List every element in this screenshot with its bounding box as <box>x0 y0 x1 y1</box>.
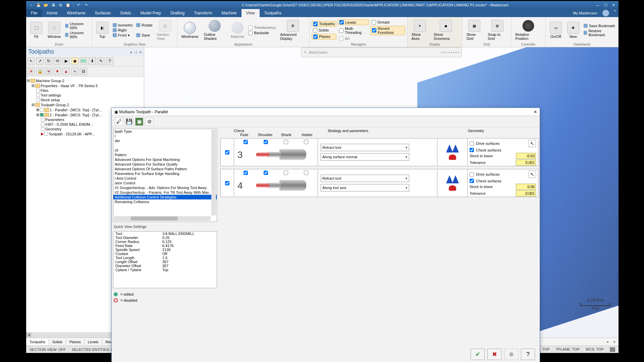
minimize-icon[interactable]: — <box>596 3 599 7</box>
tpm-ghost-icon[interactable]: 👻 <box>45 68 52 75</box>
row3-holder-checkbox[interactable] <box>304 140 308 144</box>
front-view-button[interactable]: Front ▾ <box>112 33 134 38</box>
apply-button[interactable]: ⊕ <box>504 349 518 360</box>
row4-enable-checkbox[interactable] <box>225 181 229 185</box>
tpm-pin-icon[interactable]: ⊣ <box>134 50 137 54</box>
tab-solids[interactable]: Solids <box>115 9 136 17</box>
section-view-button[interactable]: ◫Section View <box>155 19 175 41</box>
param-tree[interactable]: lpath Type l der ck Pattern Advanced Opt… <box>113 129 217 222</box>
restore-bookmark-button[interactable]: Restore Bookmark <box>583 29 616 37</box>
tpm-regen-icon[interactable]: ↻ <box>45 57 52 65</box>
vtab-right-arrow[interactable]: ▸ <box>611 340 619 344</box>
open-icon[interactable]: 📂 <box>44 3 48 7</box>
viewsheet-new-button[interactable]: ✚New <box>565 21 581 39</box>
tpm-dropdown-icon[interactable]: ▾ <box>130 50 132 54</box>
row4-holder-checkbox[interactable] <box>304 171 308 175</box>
row4-flute-checkbox[interactable] <box>244 171 248 175</box>
tpm-help-icon[interactable]: ? <box>106 57 113 65</box>
ok-button[interactable]: ✔ <box>471 349 485 360</box>
row4-strategy-dropdown[interactable]: Retract tool▾ <box>321 175 409 182</box>
wireframe-mode-button[interactable]: Wireframe <box>179 21 201 39</box>
right-view-button[interactable]: Right <box>112 28 134 32</box>
dlg-tool-icon[interactable]: 🖊 <box>115 118 123 126</box>
show-axes-button[interactable]: ✦Show Axes <box>410 19 430 41</box>
material-button[interactable]: Material <box>229 21 246 39</box>
save-icon[interactable]: 💾 <box>36 3 41 7</box>
viewsheet-onoff-button[interactable]: ▭On/Off <box>548 21 564 39</box>
snap-grid-button[interactable]: ⊞Snap to Grid <box>486 19 509 41</box>
redo-icon[interactable]: ↷ <box>84 3 88 7</box>
tpm-insert-icon[interactable]: ⬇ <box>89 57 96 65</box>
tpm-up-icon[interactable]: ▲ <box>62 68 70 75</box>
isometric-button[interactable]: Isometric <box>112 23 134 27</box>
row3-enable-checkbox[interactable] <box>225 150 229 155</box>
tpm-close-icon[interactable]: ✕ <box>139 50 142 54</box>
save-bookmark-button[interactable]: Save Bookmark <box>583 24 616 28</box>
maximize-icon[interactable]: ☐ <box>604 3 607 7</box>
row3-drive-checkbox[interactable] <box>470 141 474 146</box>
btab-solids[interactable]: Solids <box>49 339 66 345</box>
tpm-backplot-icon[interactable]: ▶ <box>62 57 70 65</box>
tpm-display-icon[interactable]: ≈ <box>71 68 78 75</box>
zoom-window-button[interactable]: ⬚Window <box>46 21 63 39</box>
top-view-button[interactable]: ◧Top <box>94 21 110 39</box>
copy-icon[interactable]: ⧉ <box>58 3 63 7</box>
gview-save-button[interactable]: Save <box>135 33 153 37</box>
rotate-button[interactable]: Rotate <box>135 23 153 27</box>
tpm-select-icon[interactable]: ↖ <box>28 57 35 65</box>
tpm-regendirty-icon[interactable]: ⟲ <box>54 57 61 65</box>
tpm-lock-icon[interactable]: 🔒 <box>36 68 44 75</box>
tab-modelprep[interactable]: Model Prep <box>136 9 166 17</box>
dlg-default-icon[interactable]: ▣ <box>135 118 143 126</box>
help-button[interactable]: ? <box>521 349 535 360</box>
tpm-verify-icon[interactable]: ◉ <box>71 57 78 65</box>
row4-drive-checkbox[interactable] <box>470 172 474 177</box>
advanced-display-button[interactable]: ⚙Advanced Display <box>278 19 307 41</box>
my-mastercam-link[interactable]: My Mastercam <box>570 9 600 17</box>
ribbon-collapse-icon[interactable]: ^ <box>611 9 619 17</box>
translucency-toggle[interactable]: Translucency <box>247 25 277 30</box>
mgr-recentfn-toggle[interactable]: Recent Functions <box>370 26 405 35</box>
selection-bar[interactable]: ↖ AutoCursor • • • • • • • • <box>301 47 462 57</box>
show-gnomons-button[interactable]: ◆Show Gnomons <box>432 19 460 41</box>
tree-vscroll[interactable] <box>211 130 216 216</box>
outline-shaded-button[interactable]: Outline Shaded <box>202 19 227 41</box>
cancel-button[interactable]: ✖ <box>487 349 501 360</box>
btab-toolpaths[interactable]: Toolpaths <box>26 339 49 345</box>
row4-pick-button[interactable]: ↖ <box>529 171 536 178</box>
tab-transform[interactable]: Transform <box>189 9 217 17</box>
mgr-planes-toggle[interactable]: Planes <box>312 34 336 40</box>
tab-file[interactable]: File <box>26 9 42 17</box>
show-grid-button[interactable]: ▦Show Grid <box>465 19 485 41</box>
tpm-selectall-icon[interactable]: ↗ <box>36 57 44 65</box>
user-avatar-icon[interactable] <box>602 10 609 16</box>
dialog-close-icon[interactable]: ✕ <box>534 110 537 114</box>
fit-button[interactable]: ⛶Fit <box>28 21 44 39</box>
row4-shank-checkbox[interactable] <box>284 171 288 175</box>
status-tplane[interactable]: TPLANE: TOP <box>556 347 580 352</box>
dlg-disable-icon[interactable]: ⊘ <box>145 118 153 126</box>
dlg-save-icon[interactable]: 💾 <box>125 118 133 126</box>
row3-shank-checkbox[interactable] <box>284 140 288 144</box>
btab-planes[interactable]: Planes <box>66 339 85 345</box>
btab-levels[interactable]: Levels <box>85 339 102 345</box>
print-icon[interactable]: 🖶 <box>51 3 56 7</box>
row4-check-checkbox[interactable] <box>470 179 474 183</box>
status-color-swatch[interactable] <box>610 347 615 352</box>
row3-tol-input[interactable] <box>516 160 536 166</box>
backside-toggle[interactable]: Backside <box>247 31 277 35</box>
unzoom-50-button[interactable]: Unzoom 50% <box>64 22 90 30</box>
rotation-position-button[interactable]: Rotation Position <box>513 19 543 41</box>
row3-stock-input[interactable] <box>516 153 536 159</box>
mgr-multithread-toggle[interactable]: Multi-Threading <box>338 26 369 35</box>
tpm-options-icon[interactable]: ✎ <box>97 57 105 65</box>
new-icon[interactable]: ▫ <box>29 3 34 7</box>
row3-flute-checkbox[interactable] <box>244 140 248 144</box>
tab-wireframe[interactable]: Wireframe <box>62 9 90 17</box>
tree-hscroll[interactable] <box>114 216 211 221</box>
mgr-toolpaths-toggle[interactable]: Toolpaths <box>312 21 336 27</box>
row4-tol-input[interactable] <box>516 190 536 196</box>
row4-direction-dropdown[interactable]: Along tool axis▾ <box>321 184 409 191</box>
paste-icon[interactable]: 📋 <box>66 3 70 7</box>
tree-item-selected[interactable]: Additional Collision Control Strategies <box>113 195 217 199</box>
